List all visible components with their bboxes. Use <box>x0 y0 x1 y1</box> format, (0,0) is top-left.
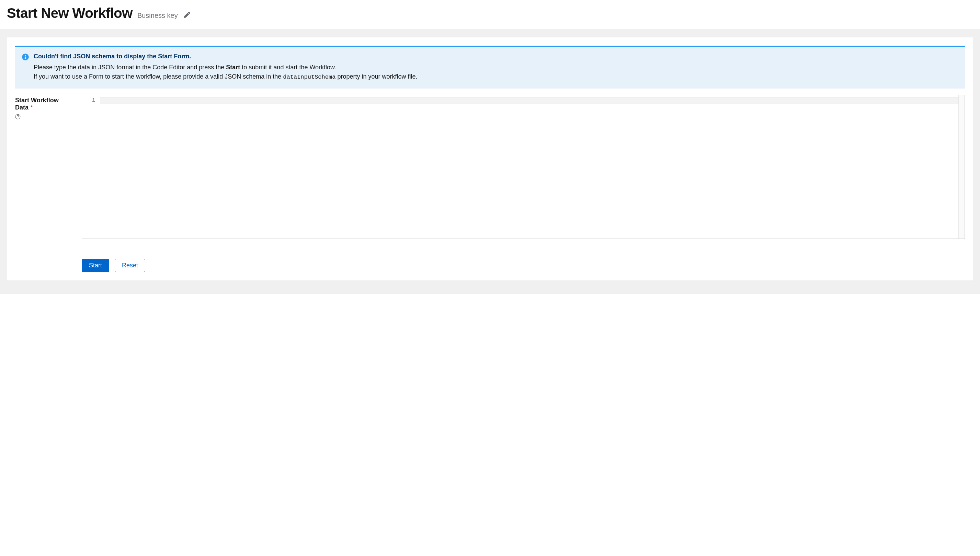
reset-button[interactable]: Reset <box>115 259 145 272</box>
code-editor[interactable]: 1 <box>82 95 965 239</box>
svg-point-1 <box>18 118 18 118</box>
page-header: Start New Workflow Business key <box>0 0 980 29</box>
alert-line2-post: property in your workflow file. <box>335 73 417 80</box>
required-indicator: * <box>31 105 32 110</box>
alert-line2-code: dataInputSchema <box>283 74 335 80</box>
editor-gutter: 1 <box>82 95 100 239</box>
actions-row: Start Reset <box>15 245 965 272</box>
content-card: Couldn't find JSON schema to display the… <box>7 37 973 280</box>
editor-body[interactable] <box>100 95 958 239</box>
workflow-data-label: Start Workflow Data <box>15 97 59 111</box>
editor-column: 1 <box>82 95 965 239</box>
content-area: Couldn't find JSON schema to display the… <box>0 29 980 294</box>
gutter-line-number: 1 <box>82 97 95 104</box>
help-icon[interactable] <box>15 114 21 120</box>
alert-line1-post: to submit it and start the Workflow. <box>240 64 336 71</box>
business-key-label: Business key <box>137 12 178 19</box>
alert-body: Please type the data in JSON format in t… <box>34 63 958 82</box>
alert-line1-strong: Start <box>226 64 240 71</box>
alert-title: Couldn't find JSON schema to display the… <box>34 53 958 60</box>
page-title: Start New Workflow <box>7 5 133 21</box>
alert-line1-pre: Please type the data in JSON format in t… <box>34 64 226 71</box>
info-icon <box>22 53 29 60</box>
start-button[interactable]: Start <box>82 259 109 272</box>
form-label-column: Start Workflow Data* <box>15 95 73 239</box>
editor-line-1[interactable] <box>100 97 958 104</box>
edit-business-key-icon[interactable] <box>183 10 191 19</box>
info-alert: Couldn't find JSON schema to display the… <box>15 46 965 89</box>
editor-scrollbar[interactable] <box>958 95 965 239</box>
alert-content: Couldn't find JSON schema to display the… <box>34 53 958 82</box>
workflow-data-row: Start Workflow Data* 1 <box>15 95 965 239</box>
alert-line2-pre: If you want to use a Form to start the w… <box>34 73 283 80</box>
